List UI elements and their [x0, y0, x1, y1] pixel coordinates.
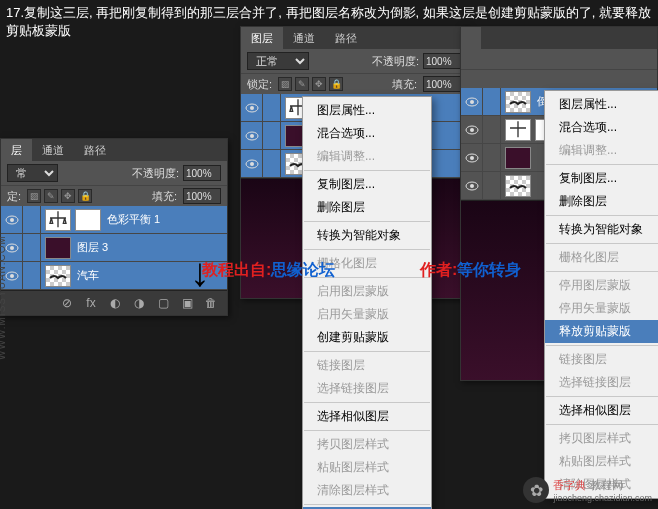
menu-item[interactable]: 转换为智能对象	[303, 224, 431, 247]
visibility-toggle[interactable]	[461, 116, 483, 144]
svg-point-17	[470, 156, 474, 160]
opacity-label: 不透明度:	[132, 166, 179, 181]
menu-item[interactable]: 创建剪贴蒙版	[303, 326, 431, 349]
opacity-input[interactable]	[183, 165, 221, 181]
menu-item[interactable]: 转换为智能对象	[545, 218, 658, 241]
new-layer-icon[interactable]: ▣	[179, 295, 195, 311]
layer-thumb	[45, 237, 71, 259]
lock-transparency-icon[interactable]: ▨	[27, 189, 41, 203]
menu-item[interactable]: 复制图层...	[545, 167, 658, 190]
menu-item: 启用矢量蒙版	[303, 303, 431, 326]
panel-tabs: 层 通道 路径	[1, 139, 227, 161]
lock-pixels-icon[interactable]: ✎	[44, 189, 58, 203]
lock-all-icon[interactable]: 🔒	[78, 189, 92, 203]
link-col	[23, 262, 41, 290]
adjustment-thumb	[45, 209, 71, 231]
visibility-toggle[interactable]	[1, 206, 23, 234]
svg-point-3	[10, 246, 14, 250]
blend-mode-select[interactable]: 常	[7, 164, 58, 182]
menu-item: 编辑调整...	[545, 139, 658, 162]
svg-point-7	[250, 106, 254, 110]
blend-row: 正常 不透明度:	[241, 49, 467, 73]
trash-icon[interactable]: 🗑	[203, 295, 219, 311]
visibility-toggle[interactable]	[461, 172, 483, 200]
adjustment-icon[interactable]: ◑	[131, 295, 147, 311]
menu-item: 编辑调整...	[303, 145, 431, 168]
credit-text: 教程出自:思缘论坛	[202, 260, 335, 281]
tab-channels[interactable]: 通道	[32, 139, 74, 161]
fill-label: 填充:	[152, 189, 177, 204]
menu-item: 拷贝图层样式	[303, 433, 431, 456]
layer-name: 色彩平衡 1	[105, 212, 227, 227]
layer-row[interactable]: 色彩平衡 1	[1, 206, 227, 234]
fill-input[interactable]	[183, 188, 221, 204]
fx-icon[interactable]: fx	[83, 295, 99, 311]
link-icon[interactable]: ⊘	[59, 295, 75, 311]
visibility-toggle[interactable]	[241, 94, 263, 122]
watermark-right: ✿ 香字典 教程网 jiaocheng.chazidian.com	[523, 477, 652, 503]
menu-item[interactable]: 复制图层...	[303, 173, 431, 196]
svg-point-15	[470, 128, 474, 132]
fill-input[interactable]	[423, 76, 461, 92]
menu-item[interactable]: 选择相似图层	[545, 399, 658, 422]
svg-point-19	[470, 184, 474, 188]
menu-item: 链接图层	[303, 354, 431, 377]
menu-item[interactable]: 选择相似图层	[303, 405, 431, 428]
menu-item: 链接图层	[545, 348, 658, 371]
lock-row: 定: ▨ ✎ ✥ 🔒 填充:	[1, 185, 227, 206]
menu-item: 选择链接图层	[303, 377, 431, 400]
menu-item[interactable]: 释放剪贴蒙版	[545, 320, 658, 343]
menu-item: 粘贴图层样式	[303, 456, 431, 479]
menu-item: 粘贴图层样式	[545, 450, 658, 473]
svg-point-13	[470, 100, 474, 104]
mask-thumb	[75, 209, 101, 231]
lock-label: 定:	[7, 189, 21, 204]
link-col	[23, 206, 41, 234]
menu-item[interactable]: 混合选项...	[303, 122, 431, 145]
logo-icon: ✿	[523, 477, 549, 503]
opacity-label: 不透明度:	[372, 54, 419, 69]
visibility-toggle[interactable]	[461, 88, 483, 116]
lock-all-icon[interactable]: 🔒	[329, 77, 343, 91]
credit-text-2: 作者:等你转身	[420, 260, 521, 281]
menu-item: 停用图层蒙版	[545, 274, 658, 297]
visibility-toggle[interactable]	[241, 122, 263, 150]
menu-item: 清除图层样式	[303, 479, 431, 502]
tab-layers[interactable]: 层	[1, 139, 32, 161]
menu-item: 栅格化图层	[545, 246, 658, 269]
lock-transparency-icon[interactable]: ▨	[278, 77, 292, 91]
layer-thumb	[45, 265, 71, 287]
mask-icon[interactable]: ◐	[107, 295, 123, 311]
lock-pixels-icon[interactable]: ✎	[295, 77, 309, 91]
menu-item[interactable]: 删除图层	[545, 190, 658, 213]
menu-item: 启用图层蒙版	[303, 280, 431, 303]
lock-label: 锁定:	[247, 77, 272, 92]
link-col	[23, 234, 41, 262]
svg-point-1	[10, 218, 14, 222]
opacity-input[interactable]	[423, 53, 461, 69]
menu-item: 拷贝图层样式	[545, 427, 658, 450]
menu-item: 停用矢量蒙版	[545, 297, 658, 320]
visibility-toggle[interactable]	[241, 150, 263, 178]
visibility-toggle[interactable]	[461, 144, 483, 172]
blend-mode-select[interactable]: 正常	[247, 52, 309, 70]
svg-point-11	[250, 162, 254, 166]
folder-icon[interactable]: ▢	[155, 295, 171, 311]
instruction-text: 17.复制这三层, 再把刚复制得到的那三层合并了, 再把图层名称改为倒影, 如果…	[6, 4, 658, 40]
lock-row: 锁定: ▨ ✎ ✥ 🔒 填充:	[241, 73, 467, 94]
svg-point-9	[250, 134, 254, 138]
tab-paths[interactable]: 路径	[74, 139, 116, 161]
layer-thumb	[505, 91, 531, 113]
layer-thumb	[505, 147, 531, 169]
menu-item[interactable]: 删除图层	[303, 196, 431, 219]
lock-position-icon[interactable]: ✥	[61, 189, 75, 203]
layer-context-menu-2: 图层属性...混合选项...编辑调整...复制图层...删除图层转换为智能对象栅…	[544, 90, 658, 499]
menu-item[interactable]: 图层属性...	[545, 93, 658, 116]
layer-thumb	[505, 175, 531, 197]
adjustment-thumb	[505, 119, 531, 141]
menu-item[interactable]: 混合选项...	[545, 116, 658, 139]
menu-item[interactable]: 图层属性...	[303, 99, 431, 122]
lock-position-icon[interactable]: ✥	[312, 77, 326, 91]
layer-context-menu-1: 图层属性...混合选项...编辑调整...复制图层...删除图层转换为智能对象栅…	[302, 96, 432, 509]
svg-point-5	[10, 274, 14, 278]
